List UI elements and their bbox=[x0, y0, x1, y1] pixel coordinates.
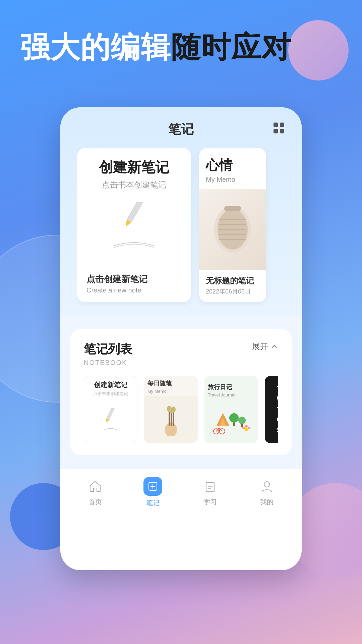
thumb-travel-image bbox=[204, 399, 258, 440]
thumbnail-grid: 创建新笔记 点击书本创建笔记 bbox=[84, 376, 278, 443]
svg-point-40 bbox=[242, 427, 245, 429]
svg-rect-44 bbox=[206, 482, 214, 492]
grid-icon[interactable] bbox=[273, 122, 285, 137]
mood-date: 2022年06月06日 bbox=[206, 287, 259, 296]
nav-study-label: 学习 bbox=[203, 497, 217, 506]
nav-home[interactable]: 首页 bbox=[87, 478, 104, 506]
create-label-en: Create a new note bbox=[86, 286, 182, 294]
thumb-create-title: 创建新笔记 bbox=[90, 376, 131, 391]
thumb-create[interactable]: 创建新笔记 点击书本创建笔记 bbox=[84, 376, 137, 443]
thumb-world[interactable]: THE· WORLD· YOU CAN'T SEE· bbox=[265, 376, 278, 443]
notebook-cards-row: 创建新笔记 点击书本创建笔记 bbox=[77, 148, 285, 306]
svg-rect-16 bbox=[106, 408, 115, 420]
mood-subtitle: My Memo bbox=[199, 176, 266, 189]
thumb-daily-image bbox=[144, 396, 198, 443]
create-label: 点击创建新笔记 bbox=[86, 273, 182, 285]
thumb-daily-title: 每日随笔 bbox=[144, 376, 198, 389]
phone-header-nav: 笔记 bbox=[77, 121, 285, 138]
svg-rect-1 bbox=[280, 122, 284, 127]
nav-profile[interactable]: 我的 bbox=[258, 478, 275, 506]
svg-point-38 bbox=[245, 425, 248, 428]
svg-point-29 bbox=[229, 413, 239, 423]
notebook-list-title: 笔记列表 bbox=[84, 341, 132, 358]
mood-bottom-label: 无标题的笔记 bbox=[206, 275, 259, 286]
mood-title: 心情 bbox=[199, 148, 266, 176]
phone-header: 笔记 创建新笔记 点击书本创建笔记 bbox=[60, 107, 302, 316]
study-icon bbox=[202, 478, 219, 495]
notebook-list-header: 笔记列表 NOTEBOOK 展开 bbox=[84, 341, 278, 367]
thumb-travel-sub: Travel Journal bbox=[204, 392, 258, 399]
svg-point-31 bbox=[238, 417, 246, 424]
home-icon bbox=[87, 478, 104, 495]
nav-notes[interactable]: 笔记 bbox=[143, 477, 162, 507]
svg-rect-3 bbox=[280, 129, 284, 133]
nav-profile-label: 我的 bbox=[260, 497, 274, 506]
svg-point-25 bbox=[171, 407, 176, 413]
mood-note-card[interactable]: 心情 My Memo bbox=[199, 148, 266, 302]
thumb-travel[interactable]: 旅行日记 Travel Journal bbox=[204, 376, 258, 443]
notebook-list-section: 笔记列表 NOTEBOOK 展开 创建新笔记 点击书本创 bbox=[70, 329, 292, 455]
svg-rect-21 bbox=[171, 411, 172, 426]
expand-button[interactable]: 展开 bbox=[252, 341, 278, 352]
bottom-nav: 首页 笔记 bbox=[60, 469, 302, 518]
world-text: THE· WORLD· YOU CAN'T SEE· bbox=[271, 378, 278, 441]
thumb-daily[interactable]: 每日随笔 My Memo bbox=[144, 376, 198, 443]
svg-point-48 bbox=[264, 482, 269, 487]
thumb-daily-sub: My Memo bbox=[144, 389, 198, 396]
phone-mockup: 笔记 创建新笔记 点击书本创建笔记 bbox=[60, 107, 302, 570]
svg-rect-2 bbox=[274, 129, 278, 133]
mood-card-bottom: 无标题的笔记 2022年06月06日 bbox=[199, 270, 266, 302]
create-card-bottom: 点击创建新笔记 Create a new note bbox=[86, 268, 182, 294]
svg-point-39 bbox=[248, 427, 250, 429]
nav-home-label: 首页 bbox=[88, 497, 102, 506]
svg-rect-22 bbox=[173, 410, 174, 426]
nav-study[interactable]: 学习 bbox=[202, 478, 219, 506]
thumb-create-sub: 点击书本创建笔记 bbox=[90, 391, 131, 397]
svg-rect-10 bbox=[224, 206, 241, 211]
hero-title-dark: 随时应对 bbox=[171, 31, 292, 64]
svg-rect-0 bbox=[274, 122, 278, 127]
profile-icon bbox=[258, 478, 275, 495]
notes-title: 笔记 bbox=[168, 121, 194, 138]
expand-label: 展开 bbox=[252, 341, 268, 352]
mood-image bbox=[199, 189, 266, 270]
notes-icon-bg bbox=[143, 477, 162, 496]
notebook-list-subtitle: NOTEBOOK bbox=[84, 359, 132, 367]
thumb-pencil-icon bbox=[102, 397, 119, 443]
phone-content: 笔记 创建新笔记 点击书本创建笔记 bbox=[60, 107, 302, 518]
create-card-title: 创建新笔记 bbox=[86, 158, 182, 177]
thumb-travel-title: 旅行日记 bbox=[204, 380, 258, 392]
svg-point-37 bbox=[245, 428, 248, 431]
pencil-illustration bbox=[101, 190, 168, 268]
nav-notes-label: 笔记 bbox=[146, 498, 160, 507]
hero-title: 强大的编辑随时应对 bbox=[20, 30, 342, 64]
hero-title-white: 强大的编辑 bbox=[20, 31, 171, 64]
notebook-list-title-block: 笔记列表 NOTEBOOK bbox=[84, 341, 132, 367]
create-card-subtitle: 点击书本创建笔记 bbox=[86, 179, 182, 190]
main-content: 笔记列表 NOTEBOOK 展开 创建新笔记 点击书本创 bbox=[60, 316, 302, 469]
create-note-card[interactable]: 创建新笔记 点击书本创建笔记 bbox=[77, 148, 191, 302]
svg-rect-4 bbox=[127, 202, 145, 222]
